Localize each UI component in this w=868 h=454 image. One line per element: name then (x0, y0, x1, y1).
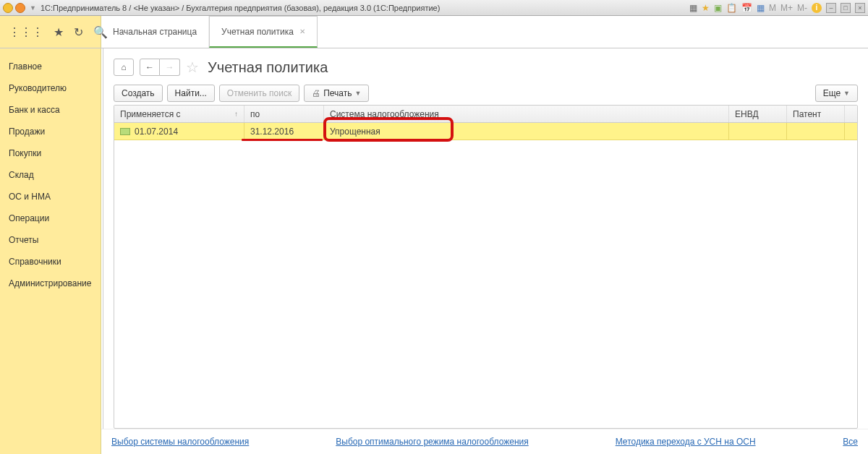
memory-m-button[interactable]: M (769, 3, 776, 13)
app-icon-1c (3, 3, 13, 13)
th-applies-from[interactable]: Применяется с ↑ (114, 106, 244, 122)
sidebar-item-directories[interactable]: Справочники (0, 251, 101, 273)
chevron-down-icon: ▼ (354, 90, 361, 97)
cell-applies-from: 01.07.2014 (114, 123, 244, 140)
nav-back-forward: ← → (140, 59, 180, 76)
title-right-icons: ▦ ★ ▣ 📋 📅 ▦ M M+ M- i – □ × (689, 3, 865, 13)
cell-to: 31.12.2016 (244, 123, 324, 140)
th-patent[interactable]: Патент (787, 106, 845, 122)
dropdown-icon[interactable]: ▼ (30, 4, 36, 12)
grid-icon[interactable]: ⋮⋮⋮ (9, 25, 43, 39)
tab-label: Начальная страница (113, 27, 197, 37)
tab-home[interactable]: Начальная страница (101, 16, 209, 48)
calendar-icon[interactable]: 📋 (726, 3, 737, 13)
nav-tabs: Начальная страница Учетная политика ✕ (101, 16, 318, 48)
toolbar: Создать Найти... Отменить поиск 🖨 Печать… (114, 85, 858, 102)
sidebar-item-purchases[interactable]: Покупки (0, 142, 101, 164)
link-all[interactable]: Все (843, 437, 858, 447)
link-tax-system-choice[interactable]: Выбор системы налогообложения (111, 437, 249, 447)
memory-mplus-button[interactable]: M+ (780, 3, 793, 13)
main-layout: Главное Руководителю Банк и касса Продаж… (0, 48, 868, 454)
title-icon-generic[interactable]: ▦ (689, 3, 697, 13)
th-envd[interactable]: ЕНВД (729, 106, 787, 122)
info-icon[interactable]: i (812, 3, 822, 13)
home-button[interactable]: ⌂ (114, 59, 134, 76)
nav-icon-bar: ⋮⋮⋮ ★ ↻ 🔍 (0, 16, 101, 48)
favorite-star-icon[interactable]: ☆ (186, 59, 199, 76)
window-title: 1С:Предприниматель 8 / <Не указан> / Бух… (41, 4, 689, 12)
close-tab-icon[interactable]: ✕ (299, 27, 305, 35)
title-icon-generic[interactable]: ▣ (714, 3, 722, 13)
maximize-button[interactable]: □ (841, 3, 851, 13)
sidebar-item-reports[interactable]: Отчеты (0, 229, 101, 251)
sidebar-item-manager[interactable]: Руководителю (0, 77, 101, 99)
calc-icon[interactable]: ▦ (757, 3, 765, 13)
history-icon[interactable]: ↻ (74, 25, 83, 39)
table-row[interactable]: 01.07.2014 31.12.2016 Упрощенная (114, 123, 857, 140)
back-button[interactable]: ← (140, 59, 160, 76)
close-button[interactable]: × (855, 3, 865, 13)
minimize-button[interactable]: – (826, 3, 836, 13)
memory-mminus-button[interactable]: M- (797, 3, 807, 13)
star-icon[interactable]: ★ (702, 3, 710, 13)
link-optimal-tax[interactable]: Выбор оптимального режима налогообложени… (336, 437, 528, 447)
sidebar: Главное Руководителю Банк и касса Продаж… (0, 48, 101, 454)
page-title: Учетная политика (208, 59, 328, 76)
sidebar-item-admin[interactable]: Администрирование (0, 273, 101, 294)
data-table: Применяется с ↑ по Система налогообложен… (114, 105, 858, 429)
printer-icon: 🖨 (312, 88, 320, 98)
content-area: ⌂ ← → ☆ Учетная политика Создать Найти..… (101, 48, 868, 454)
cancel-search-button[interactable]: Отменить поиск (219, 85, 299, 102)
footer-links: Выбор системы налогообложения Выбор опти… (101, 429, 868, 454)
print-label: Печать (323, 88, 352, 98)
th-tax-system[interactable]: Система налогообложения (324, 106, 729, 122)
more-button[interactable]: Еще ▼ (815, 85, 858, 102)
sidebar-item-bank[interactable]: Банк и касса (0, 99, 101, 121)
sidebar-item-warehouse[interactable]: Склад (0, 164, 101, 186)
chevron-down-icon: ▼ (843, 90, 850, 97)
cell-tax-system: Упрощенная (324, 123, 729, 140)
content-inner: ⌂ ← → ☆ Учетная политика Создать Найти..… (103, 48, 868, 429)
sidebar-item-operations[interactable]: Операции (0, 207, 101, 229)
sort-asc-icon: ↑ (234, 110, 238, 118)
create-button[interactable]: Создать (114, 85, 163, 102)
tab-label: Учетная политика (221, 27, 294, 37)
cell-patent (787, 123, 845, 140)
star-nav-icon[interactable]: ★ (54, 25, 64, 39)
tab-accounting-policy[interactable]: Учетная политика ✕ (209, 16, 318, 48)
cell-envd (729, 123, 787, 140)
calendar-icon[interactable]: 📅 (741, 3, 752, 13)
app-icon-secondary (15, 3, 25, 13)
title-app-icons: ▼ (3, 3, 36, 13)
sidebar-item-main[interactable]: Главное (0, 56, 101, 77)
forward-button[interactable]: → (160, 59, 180, 76)
page-header: ⌂ ← → ☆ Учетная политика (114, 59, 858, 76)
row-icon (120, 128, 130, 135)
nav-row: ⋮⋮⋮ ★ ↻ 🔍 Начальная страница Учетная пол… (0, 16, 868, 48)
sidebar-item-sales[interactable]: Продажи (0, 121, 101, 142)
print-button[interactable]: 🖨 Печать ▼ (304, 85, 369, 102)
titlebar: ▼ 1С:Предприниматель 8 / <Не указан> / Б… (0, 0, 868, 16)
table-header: Применяется с ↑ по Система налогообложен… (114, 106, 857, 123)
find-button[interactable]: Найти... (167, 85, 215, 102)
link-usn-to-osn[interactable]: Методика перехода с УСН на ОСН (616, 437, 756, 447)
more-label: Еще (823, 88, 841, 98)
th-to[interactable]: по (244, 106, 324, 122)
sidebar-item-assets[interactable]: ОС и НМА (0, 186, 101, 207)
